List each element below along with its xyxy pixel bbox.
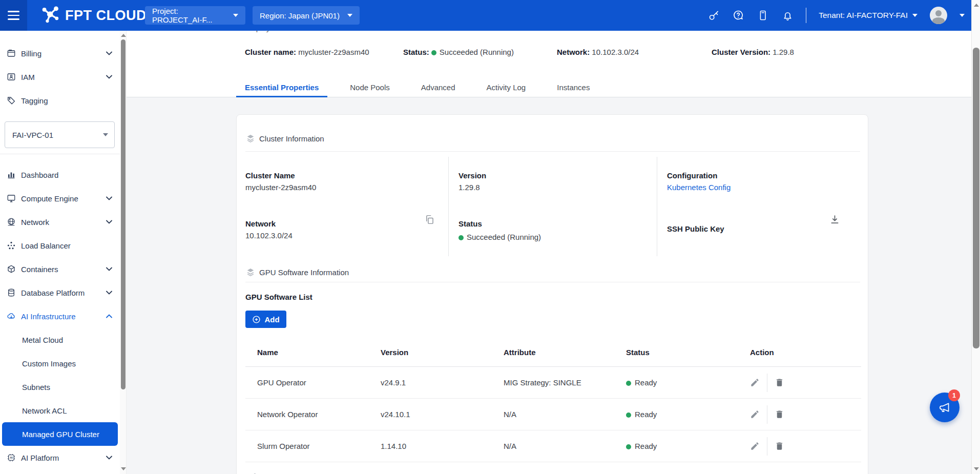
field-value: 1.29.8 <box>458 183 657 192</box>
sidebar-item-label: Network ACL <box>22 406 120 415</box>
cell-name: GPU Operator <box>245 378 369 387</box>
sidebar-item-label: Billing <box>21 49 120 58</box>
field-label: Configuration <box>667 171 860 180</box>
scroll-down-arrow-icon[interactable] <box>974 467 979 470</box>
field-version: Version 1.29.8 <box>448 157 657 213</box>
page-scrollbar[interactable] <box>971 0 980 474</box>
section-title: GPU Software Information <box>259 268 349 277</box>
globe-icon <box>7 217 16 226</box>
kubernetes-config-link[interactable]: Kubernetes Config <box>667 183 860 192</box>
billing-icon <box>7 49 16 58</box>
chevron-down-icon <box>106 196 112 200</box>
cell-action <box>738 374 861 392</box>
notifications-bell-icon[interactable] <box>781 9 794 22</box>
field-value: 10.102.3.0/24 <box>245 231 448 240</box>
chevron-down-icon <box>106 456 112 460</box>
sidebar-item-label: Dashboard <box>21 171 120 179</box>
sidebar-item-load-balancer[interactable]: Load Balancer <box>0 234 120 257</box>
cell-name: Network Operator <box>245 410 369 419</box>
field-value: Succeeded (Running) <box>458 233 657 241</box>
region-selector[interactable]: Region: Japan (JPN01) <box>253 6 360 25</box>
edit-pencil-icon[interactable] <box>750 441 760 451</box>
page-scrollbar-thumb[interactable] <box>973 48 979 348</box>
access-key-icon[interactable] <box>707 9 720 22</box>
sidebar-item-label: IAM <box>21 73 120 81</box>
edit-pencil-icon[interactable] <box>750 378 760 387</box>
scroll-down-arrow-icon[interactable] <box>121 467 126 470</box>
field-label: SSH Public Key <box>667 224 860 233</box>
delete-trash-icon[interactable] <box>775 378 784 387</box>
sidebar-item-label: Network <box>21 218 120 226</box>
add-button-label: Add <box>264 315 279 324</box>
announcements-fab[interactable]: 1 <box>930 393 960 422</box>
sidebar-item-metal-cloud[interactable]: Metal Cloud <box>0 328 120 352</box>
edit-pencil-icon[interactable] <box>750 409 760 419</box>
vpc-select[interactable]: FAI-VPC-01 <box>5 121 115 148</box>
tab-advanced[interactable]: Advanced <box>412 79 464 97</box>
add-gpu-software-button[interactable]: Add <box>245 311 286 328</box>
status-dot-icon <box>626 444 631 449</box>
cell-status: Ready <box>614 378 738 387</box>
brand-logo[interactable]: FPT CLOUD <box>41 0 147 31</box>
project-selector[interactable]: Project: PROJECT_AI-F... <box>145 6 245 25</box>
tenant-selector[interactable]: Tenant: AI-FACTORY-FAI <box>819 11 918 20</box>
cell-version: 1.14.10 <box>369 442 492 450</box>
table-row: Network Operator v24.10.1 N/A Ready <box>245 399 861 430</box>
sidebar-scrollbar-thumb[interactable] <box>121 39 126 389</box>
summary-label: Cluster Version: <box>712 48 770 56</box>
sidebar-item-ai-infrastructure[interactable]: AI Infrastructure <box>0 304 120 328</box>
user-avatar[interactable] <box>930 7 947 24</box>
chevron-up-icon <box>106 314 112 318</box>
sidebar-item-containers[interactable]: Containers <box>0 257 120 281</box>
sidebar-item-dashboard[interactable]: Dashboard <box>0 163 120 187</box>
changelog-doc-icon[interactable] <box>757 9 769 22</box>
cluster-info-row-1: Cluster Name mycluster-2z9asm40 Version … <box>245 157 860 213</box>
sidebar-item-network[interactable]: Network <box>0 210 120 234</box>
top-navbar: FPT CLOUD Project: PROJECT_AI-F... Regio… <box>0 0 980 31</box>
delete-trash-icon[interactable] <box>775 441 784 451</box>
column-header-attribute: Attribute <box>492 348 614 357</box>
chevron-down-icon <box>106 267 112 271</box>
sidebar-item-iam[interactable]: IAM <box>0 65 120 89</box>
notification-badge: 1 <box>948 389 960 401</box>
cell-attribute: N/A <box>492 410 614 419</box>
ai-chip-icon: AI <box>7 453 16 462</box>
field-ssh-public-key: SSH Public Key <box>657 213 860 256</box>
chevron-down-icon <box>106 291 112 295</box>
cell-version: v24.10.1 <box>369 410 492 419</box>
help-chat-icon[interactable] <box>732 9 744 22</box>
dashboard-icon <box>7 170 16 179</box>
status-dot-icon <box>431 50 436 55</box>
field-label: Version <box>458 171 657 180</box>
tab-activity-log[interactable]: Activity Log <box>478 79 535 97</box>
status-dot-icon <box>626 413 631 418</box>
sidebar-item-managed-gpu-cluster[interactable]: Managed GPU Cluster <box>2 422 118 446</box>
sidebar-nav: Billing IAM Tagging FAI-VPC-01 Das <box>0 31 120 474</box>
essential-properties-card: Cluster Information Cluster Name myclust… <box>236 114 868 474</box>
navbar-divider <box>806 8 806 23</box>
sidebar-item-tagging[interactable]: Tagging <box>0 89 120 112</box>
cell-action <box>738 437 861 456</box>
ai-cloud-icon <box>7 312 16 321</box>
summary-label: Cluster name: <box>245 48 296 56</box>
sidebar-item-compute-engine[interactable]: Compute Engine <box>0 187 120 210</box>
fpt-molecule-icon <box>41 6 60 25</box>
scroll-up-arrow-icon[interactable] <box>974 4 979 7</box>
tab-node-pools[interactable]: Node Pools <box>341 79 399 97</box>
scroll-up-arrow-icon[interactable] <box>121 34 126 37</box>
tab-instances[interactable]: Instances <box>548 79 598 97</box>
delete-trash-icon[interactable] <box>775 409 784 419</box>
sidebar-item-billing[interactable]: Billing <box>0 42 120 65</box>
sidebar-item-custom-images[interactable]: Custom Images <box>0 352 120 375</box>
hamburger-menu-icon[interactable] <box>0 0 27 31</box>
tag-icon <box>7 96 16 105</box>
sidebar-scrollbar[interactable] <box>120 31 127 474</box>
sidebar-item-database-platform[interactable]: Database Platform <box>0 281 120 304</box>
chevron-down-icon[interactable] <box>960 14 965 17</box>
sidebar-item-label: Metal Cloud <box>22 336 120 344</box>
sidebar-item-subnets[interactable]: Subnets <box>0 375 120 399</box>
sidebar-item-label: Database Platform <box>21 288 120 297</box>
sidebar-item-network-acl[interactable]: Network ACL <box>0 399 120 422</box>
tab-essential-properties[interactable]: Essential Properties <box>236 79 327 97</box>
sidebar-item-ai-platform[interactable]: AI AI Platform <box>0 446 120 469</box>
